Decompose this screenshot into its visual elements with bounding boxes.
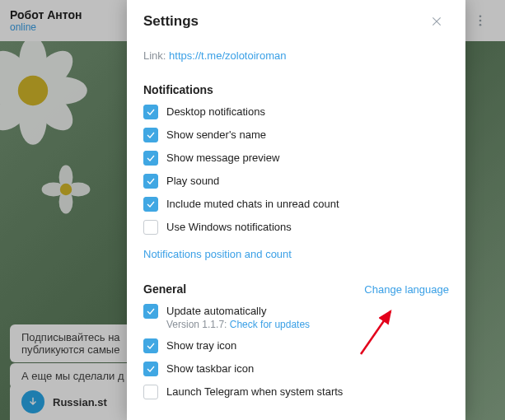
notification-option-row: Show message preview	[143, 151, 449, 166]
general-option-label: Show taskbar icon	[166, 362, 254, 375]
username-link[interactable]: https://t.me/zolotoiroman	[169, 49, 286, 62]
notification-option-label: Show sender's name	[166, 128, 266, 141]
check-updates-link[interactable]: Check for updates	[230, 319, 310, 330]
username-link-row: Link: https://t.me/zolotoiroman	[143, 49, 449, 62]
notification-option-row: Show sender's name	[143, 128, 449, 142]
general-option-row: Launch Telegram when system starts	[143, 385, 449, 399]
general-option-row: Show tray icon	[143, 338, 449, 353]
notification-option-label: Include muted chats in unread count	[166, 198, 339, 210]
app-root: Робот Антон online Подписывайтесь на пуб…	[0, 0, 505, 420]
modal-header: Settings	[127, 0, 465, 43]
notification-option-row: Use Windows notifications	[143, 220, 449, 235]
general-option-checkbox[interactable]	[143, 338, 158, 353]
notifications-position-link[interactable]: Notifications position and count	[143, 248, 292, 260]
notification-option-checkbox[interactable]	[143, 220, 158, 235]
notification-option-row: Desktop notifications	[143, 105, 449, 119]
close-icon[interactable]	[424, 9, 449, 34]
version-text: Version 1.1.7: Check for updates	[166, 319, 310, 330]
general-option-checkbox[interactable]	[143, 385, 158, 399]
general-option-row: Update automaticallyVersion 1.1.7: Check…	[143, 304, 449, 330]
modal-title: Settings	[143, 13, 424, 30]
notification-option-label: Desktop notifications	[166, 105, 265, 118]
notification-option-checkbox[interactable]	[143, 174, 158, 189]
general-option-label: Update automatically	[166, 305, 310, 317]
notification-option-label: Play sound	[166, 175, 219, 187]
notification-option-label: Show message preview	[166, 152, 279, 164]
modal-body[interactable]: Link: https://t.me/zolotoiroman Notifica…	[127, 43, 465, 420]
notification-option-checkbox[interactable]	[143, 105, 158, 119]
general-section-title: General	[143, 282, 364, 296]
notification-option-checkbox[interactable]	[143, 128, 158, 142]
general-option-label: Show tray icon	[166, 339, 236, 352]
settings-modal: Settings Link: https://t.me/zolotoiroman…	[127, 0, 465, 420]
general-option-label: Launch Telegram when system starts	[166, 385, 343, 398]
notification-option-row: Play sound	[143, 174, 449, 189]
notification-option-label: Use Windows notifications	[166, 221, 292, 233]
link-label: Link:	[143, 49, 166, 62]
notification-option-row: Include muted chats in unread count	[143, 197, 449, 212]
general-option-checkbox[interactable]	[143, 304, 158, 319]
general-option-row: Show taskbar icon	[143, 362, 449, 376]
general-option-checkbox[interactable]	[143, 362, 158, 376]
change-language-link[interactable]: Change language	[364, 283, 449, 296]
notifications-section-title: Notifications	[143, 83, 449, 96]
notification-option-checkbox[interactable]	[143, 151, 158, 166]
notification-option-checkbox[interactable]	[143, 197, 158, 212]
